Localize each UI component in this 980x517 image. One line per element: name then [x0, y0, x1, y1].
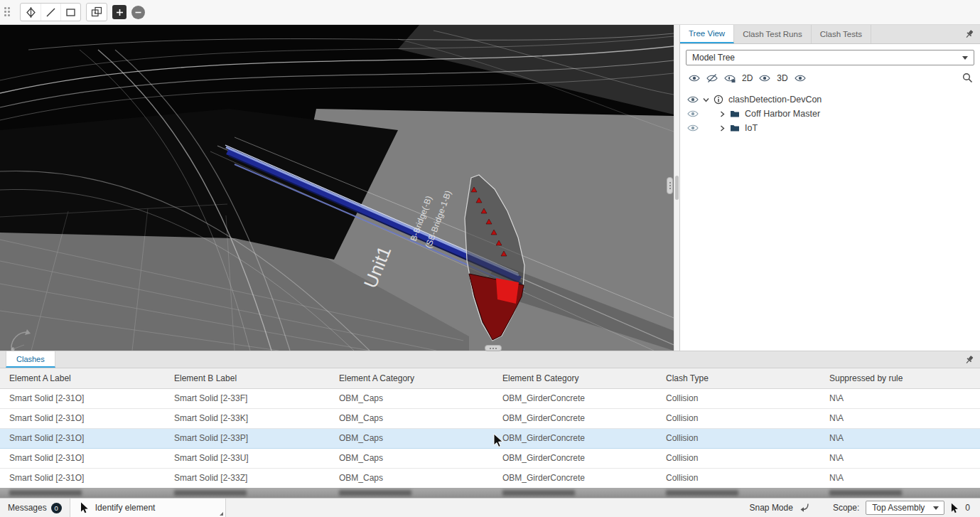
- identify-element-label: Identify element: [95, 503, 156, 513]
- vertical-splitter-handle[interactable]: [667, 177, 673, 194]
- clash-results-table: Element A Label Element B Label Element …: [0, 368, 980, 489]
- visibility-eye-icon[interactable]: [687, 95, 699, 104]
- scrollbar-thumb[interactable]: [675, 176, 679, 200]
- chevron-right-icon[interactable]: [718, 110, 726, 118]
- viewport-scene: Unit1 B-Bridge(-B) (SB-Bridge-1-B): [0, 25, 674, 351]
- table-cell[interactable]: N\A: [820, 408, 980, 428]
- snap-diamond-tool-button[interactable]: [21, 4, 41, 21]
- table-cell[interactable]: Smart Solid [2-33F]: [165, 388, 330, 408]
- table-cell[interactable]: Smart Solid [2-33P]: [165, 428, 330, 448]
- table-cell[interactable]: Smart Solid [2-31O]: [0, 408, 165, 428]
- col-element-a-label[interactable]: Element A Label: [0, 368, 165, 388]
- table-cell[interactable]: Smart Solid [2-31O]: [0, 468, 165, 488]
- table-cell[interactable]: OBM_Caps: [330, 428, 493, 448]
- tab-clashes[interactable]: Clashes: [6, 351, 55, 368]
- tree-item-label: clashDetection-DevCon: [728, 95, 822, 105]
- visibility-eye-icon[interactable]: [687, 110, 699, 118]
- snap-diamond-icon: [26, 7, 36, 18]
- tree-item-coff-harbor-master[interactable]: Coff Harbor Master: [680, 107, 980, 121]
- table-cell[interactable]: Collision: [657, 388, 820, 408]
- add-tool-button[interactable]: [112, 5, 126, 19]
- line-tool-button[interactable]: [41, 4, 60, 21]
- table-cell[interactable]: OBM_Caps: [330, 388, 493, 408]
- visibility-eye-icon[interactable]: [687, 124, 699, 132]
- drag-handle-icon[interactable]: [4, 7, 11, 17]
- table-cell[interactable]: Smart Solid [2-31O]: [0, 448, 165, 468]
- col-element-b-category[interactable]: Element B Category: [493, 368, 657, 388]
- tab-clash-tests[interactable]: Clash Tests: [812, 25, 871, 43]
- table-cell[interactable]: OBM_GirderConcrete: [493, 428, 657, 448]
- col-element-a-category[interactable]: Element A Category: [330, 368, 493, 388]
- model-tree-select[interactable]: Model Tree: [686, 50, 974, 65]
- right-panel-tabbar: Tree View Clash Test Runs Clash Tests: [680, 25, 980, 44]
- model-tree-select-value: Model Tree: [692, 53, 735, 63]
- viewport-scrollbar[interactable]: [674, 25, 679, 351]
- messages-label: Messages: [8, 503, 47, 513]
- rectangle-icon: [65, 7, 76, 18]
- col-suppressed-by-rule[interactable]: Suppressed by rule: [820, 368, 980, 388]
- status-bar: Messages 0 Identify element Snap Mode Sc…: [0, 498, 980, 517]
- snap-mode-label: Snap Mode: [750, 503, 793, 513]
- 2d-eye-icon[interactable]: [759, 74, 770, 82]
- table-cell[interactable]: OBM_Caps: [330, 468, 493, 488]
- search-icon[interactable]: [962, 73, 973, 83]
- pin-icon: [964, 355, 974, 365]
- table-header-row: Element A Label Element B Label Element …: [0, 368, 980, 388]
- chevron-down-icon[interactable]: [702, 96, 710, 104]
- snap-mode-icon[interactable]: [799, 503, 810, 513]
- table-cell[interactable]: N\A: [820, 448, 980, 468]
- table-cell[interactable]: N\A: [820, 468, 980, 488]
- tab-tree-view[interactable]: Tree View: [680, 25, 734, 43]
- folder-icon: [730, 110, 740, 118]
- 3d-eye-icon[interactable]: [795, 74, 806, 82]
- pin-panel-button[interactable]: [959, 25, 980, 43]
- hide-all-eye-icon[interactable]: [706, 74, 718, 82]
- table-row[interactable]: Smart Solid [2-31O]Smart Solid [2-33P]OB…: [0, 428, 980, 448]
- horizontal-splitter-handle[interactable]: [485, 345, 502, 351]
- table-cell[interactable]: OBM_GirderConcrete: [493, 388, 657, 408]
- table-cell[interactable]: Smart Solid [2-31O]: [0, 388, 165, 408]
- table-cell[interactable]: Smart Solid [2-33U]: [165, 448, 330, 468]
- messages-button[interactable]: Messages 0: [0, 499, 70, 517]
- table-cell[interactable]: OBM_GirderConcrete: [493, 468, 657, 488]
- model-tree: clashDetection-DevCon Coff Harbor Master: [680, 87, 980, 135]
- col-element-b-label[interactable]: Element B Label: [165, 368, 330, 388]
- table-cell[interactable]: OBM_GirderConcrete: [493, 408, 657, 428]
- table-cell[interactable]: N\A: [820, 428, 980, 448]
- table-row[interactable]: Smart Solid [2-31O]Smart Solid [2-33K]OB…: [0, 408, 980, 428]
- table-cell[interactable]: OBM_GirderConcrete: [493, 448, 657, 468]
- show-all-eye-icon[interactable]: [689, 74, 700, 82]
- pin-panel-button[interactable]: [959, 351, 980, 368]
- tab-clash-test-runs[interactable]: Clash Test Runs: [734, 25, 812, 43]
- invert-visibility-eye-icon[interactable]: [724, 74, 736, 82]
- table-cell[interactable]: Collision: [657, 428, 820, 448]
- table-row[interactable]: Smart Solid [2-31O]Smart Solid [2-33U]OB…: [0, 448, 980, 468]
- table-cell[interactable]: OBM_Caps: [330, 408, 493, 428]
- table-cell[interactable]: Collision: [657, 408, 820, 428]
- layers-tool-button[interactable]: [87, 4, 107, 21]
- plus-icon: [116, 9, 124, 16]
- rectangle-tool-button[interactable]: [60, 4, 80, 21]
- viewport-3d[interactable]: Unit1 B-Bridge(-B) (SB-Bridge-1-B): [0, 25, 674, 351]
- clash-element-bright-red[interactable]: [496, 278, 519, 304]
- layers-tool-group: [86, 3, 107, 21]
- table-cell[interactable]: Smart Solid [2-33K]: [165, 408, 330, 428]
- scope-select[interactable]: Top Assembly: [866, 501, 944, 515]
- table-cell[interactable]: OBM_Caps: [330, 448, 493, 468]
- tree-item-clashdetection-devcon[interactable]: clashDetection-DevCon: [680, 92, 980, 107]
- chevron-right-icon[interactable]: [718, 124, 726, 132]
- table-row[interactable]: Smart Solid [2-31O]Smart Solid [2-33F]OB…: [0, 388, 980, 408]
- table-cell[interactable]: Collision: [657, 468, 820, 488]
- remove-tool-button[interactable]: [131, 6, 145, 19]
- table-cell[interactable]: Smart Solid [2-31O]: [0, 428, 165, 448]
- table-cell[interactable]: Smart Solid [2-33Z]: [165, 468, 330, 488]
- identify-element-tool[interactable]: Identify element: [70, 499, 226, 517]
- tree-item-iot[interactable]: IoT: [680, 121, 980, 135]
- tree-item-label: IoT: [745, 123, 758, 133]
- col-clash-type[interactable]: Clash Type: [657, 368, 820, 388]
- chevron-down-icon: [962, 56, 968, 60]
- table-row[interactable]: Smart Solid [2-31O]Smart Solid [2-33Z]OB…: [0, 468, 980, 488]
- table-cell[interactable]: N\A: [820, 388, 980, 408]
- table-cell[interactable]: Collision: [657, 448, 820, 468]
- pin-icon: [964, 29, 974, 39]
